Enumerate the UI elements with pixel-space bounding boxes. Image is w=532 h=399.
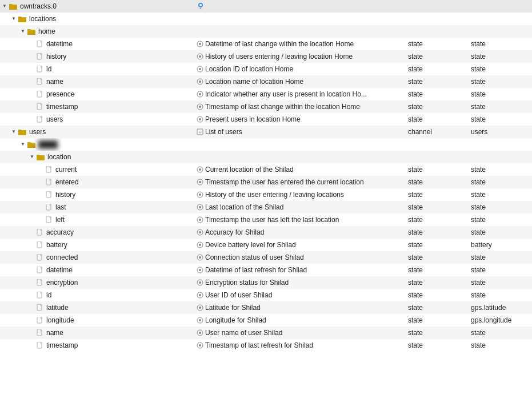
toggle-icon[interactable]: ▼ <box>30 154 35 160</box>
table-row: datetime Datetime of last refresh for Sh… <box>0 264 532 276</box>
type2-cell: state <box>469 188 532 201</box>
type2-cell: state <box>469 50 532 63</box>
file-icon <box>46 216 53 223</box>
channel-icon: + <box>197 128 203 135</box>
toggle-icon <box>39 204 45 210</box>
item-name: owntracks.0 <box>20 2 57 10</box>
state-icon <box>197 116 203 123</box>
type2-cell <box>469 25 532 38</box>
type2-cell: state <box>469 100 532 113</box>
type2-cell: state <box>469 226 532 239</box>
item-name: users <box>46 115 63 123</box>
name-cell: longitude <box>0 314 194 327</box>
item-name: home <box>38 27 55 35</box>
type1-cell: state <box>406 50 469 63</box>
description-text: Timestamp of last change within the loca… <box>205 103 360 111</box>
toggle-icon[interactable]: ▼ <box>11 129 17 135</box>
description-cell: Current location of the Shilad <box>194 163 406 176</box>
description-cell <box>194 13 406 25</box>
folder-icon <box>27 141 35 148</box>
name-cell: datetime <box>0 264 194 276</box>
table-row: name User name of user Shiladstatestate <box>0 327 532 339</box>
type2-cell: state <box>469 38 532 50</box>
svg-point-45 <box>199 168 201 171</box>
state-icon <box>197 241 203 248</box>
name-cell: latitude <box>0 301 194 314</box>
name-cell: connected <box>0 251 194 264</box>
item-name: connected <box>46 253 78 261</box>
type2-cell: state <box>469 339 532 352</box>
type1-cell: state <box>406 88 469 100</box>
description-cell: Present users in location Home <box>194 113 406 126</box>
item-name: users <box>29 128 46 136</box>
toggle-icon <box>30 66 35 72</box>
svg-point-57 <box>199 219 201 221</box>
file-icon <box>37 254 43 261</box>
description-text: History of users entering / leaving loca… <box>205 53 353 61</box>
description-cell: Datetime of last change within the locat… <box>194 38 406 50</box>
type2-cell: gps.longitude <box>469 314 532 327</box>
toggle-icon <box>39 179 45 185</box>
folder-icon <box>27 28 35 35</box>
svg-point-51 <box>199 194 201 196</box>
state-icon <box>197 66 203 72</box>
toggle-icon[interactable]: ▼ <box>2 3 8 9</box>
description-cell: Accuracy for Shilad <box>194 226 406 239</box>
item-name: encryption <box>46 279 78 287</box>
table-row: ▼ owntracks.0 <box>0 0 532 13</box>
svg-point-48 <box>199 181 201 183</box>
file-icon <box>37 41 43 47</box>
tree-table[interactable]: ▼ owntracks.0 ▼ locations▼ home datetime… <box>0 0 532 399</box>
type2-cell: state <box>469 201 532 213</box>
toggle-icon[interactable]: ▼ <box>11 16 17 22</box>
file-icon <box>37 78 43 85</box>
name-cell: presence <box>0 88 194 100</box>
table-row: ▼ home <box>0 25 532 38</box>
type1-cell <box>406 0 469 13</box>
type1-cell: state <box>406 100 469 113</box>
type1-cell: state <box>406 301 469 314</box>
item-name: history <box>55 191 75 199</box>
type2-cell: gps.latitude <box>469 301 532 314</box>
name-cell: users <box>0 113 194 126</box>
table-row: history History of the user entering / l… <box>0 188 532 201</box>
toggle-icon <box>30 229 35 235</box>
type1-cell: state <box>406 75 469 88</box>
file-icon <box>37 279 43 286</box>
svg-point-69 <box>199 269 201 271</box>
item-name: id <box>46 65 51 73</box>
name-cell: id <box>0 289 194 301</box>
table-row: battery Device battery level for Shilads… <box>0 239 532 251</box>
type2-cell: state <box>469 213 532 226</box>
svg-point-28 <box>199 106 201 108</box>
description-cell: Location name of location Home <box>194 75 406 88</box>
folder-icon <box>18 15 26 22</box>
toggle-icon <box>30 242 35 248</box>
table-row: last Last location of the Shiladstatesta… <box>0 201 532 213</box>
type2-cell: state <box>469 251 532 264</box>
file-icon <box>37 116 43 123</box>
description-cell: Encryption status for Shilad <box>194 276 406 289</box>
name-cell: ▼ users <box>0 126 194 138</box>
description-cell: Timestamp of last refresh for Shilad <box>194 339 406 352</box>
file-icon <box>37 103 43 110</box>
description-text: User name of user Shilad <box>205 329 282 337</box>
item-name: current <box>55 166 77 174</box>
type2-cell <box>469 138 532 151</box>
toggle-icon[interactable]: ▼ <box>21 142 26 147</box>
type2-cell: state <box>469 63 532 75</box>
name-cell: last <box>0 201 194 213</box>
table-row: entered Timestamp the user has entered t… <box>0 176 532 188</box>
folder-icon <box>18 128 26 135</box>
state-icon <box>197 342 203 349</box>
description-text: Location name of location Home <box>205 78 303 86</box>
description-text: Datetime of last change within the locat… <box>205 40 354 48</box>
description-cell: Indicator whether any user is present in… <box>194 88 406 100</box>
toggle-icon[interactable]: ▼ <box>21 29 26 34</box>
type1-cell <box>406 151 469 163</box>
toggle-icon <box>39 167 45 172</box>
svg-rect-42 <box>37 155 40 156</box>
item-name: location <box>47 153 71 161</box>
type2-cell: battery <box>469 239 532 251</box>
svg-point-19 <box>199 68 201 70</box>
